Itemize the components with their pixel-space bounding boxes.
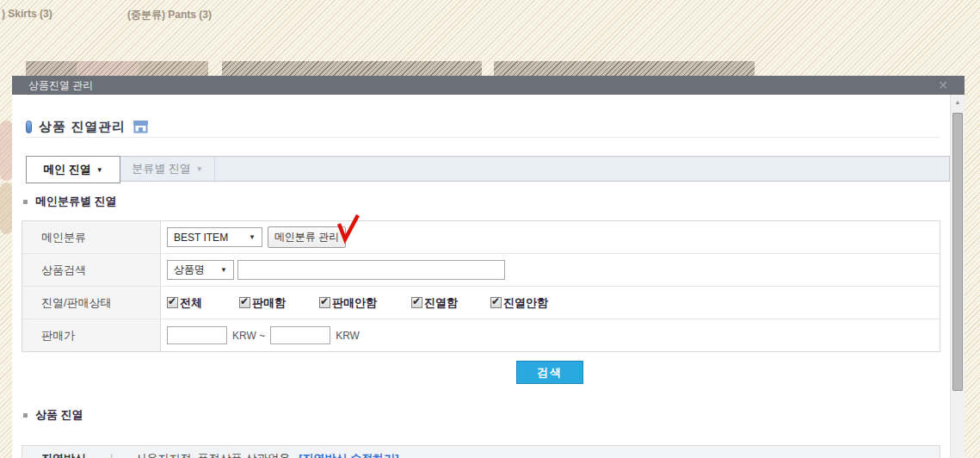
checkbox-on-sale[interactable]: ✔ 판매함 — [239, 295, 286, 311]
display-method-label: 진열방식 — [41, 451, 86, 458]
category-label-skirts[interactable]: ) Skirts (3) — [2, 8, 52, 20]
section-bullet-icon — [23, 200, 28, 204]
scrollbar-thumb[interactable] — [952, 113, 963, 391]
store-icon — [133, 120, 149, 133]
page-title-row: 상품 진열관리 — [26, 118, 149, 135]
row-price: 판매가 KRW ~ KRW — [22, 319, 940, 351]
chevron-down-icon: ▼ — [196, 165, 203, 173]
modal-titlebar: 상품진열 관리 ✕ — [12, 76, 965, 95]
checkbox-displayed[interactable]: ✔ 진열함 — [411, 295, 458, 311]
section-header-display: 상품 진열 — [23, 407, 83, 423]
select-arrow-icon: ▼ — [220, 266, 227, 274]
selected-value: 상품명 — [174, 263, 205, 277]
edit-display-method-link[interactable]: [진열방식 수정하기] — [299, 451, 398, 458]
close-icon[interactable]: ✕ — [934, 76, 952, 95]
tab-main-display[interactable]: 메인 진열▼ — [26, 156, 120, 183]
row-content: BEST ITEM ▼ 메인분류 관리 — [161, 221, 940, 253]
row-status: 진열/판매상태 ✔ 전체 ✔ 판매함 ✔ 판매안함 ✔ — [22, 287, 940, 319]
checkbox-icon: ✔ — [490, 297, 502, 308]
search-field-select[interactable]: 상품명 ▼ — [167, 260, 234, 280]
tab-bar: 메인 진열▼ 분류별 진열▼ — [26, 156, 950, 182]
red-checkmark-annotation — [336, 213, 361, 244]
row-label: 메인분류 — [22, 221, 161, 253]
product-display-modal: 상품진열 관리 ✕ 상품 진열관리 메인 진열▼ 분류별 진열▼ 메인분류별 진… — [12, 76, 965, 458]
selected-value: BEST ITEM — [174, 232, 228, 244]
row-product-search: 상품검색 상품명 ▼ — [22, 254, 940, 287]
checkbox-not-on-sale[interactable]: ✔ 판매안함 — [319, 295, 377, 311]
price-max-input[interactable] — [270, 326, 330, 344]
section-title: 메인분류별 진열 — [35, 194, 117, 209]
chevron-down-icon: ▼ — [96, 166, 103, 174]
section-bullet-icon — [23, 413, 28, 418]
divider — [26, 137, 940, 138]
tab-label: 메인 진열 — [43, 163, 91, 176]
currency: KRW — [232, 330, 256, 342]
currency-label: KRW — [336, 330, 360, 342]
check-icon: ✔ — [240, 295, 249, 307]
checkbox-label: 진열안함 — [503, 295, 548, 311]
keyword-input[interactable] — [237, 260, 505, 280]
search-button[interactable]: 검색 — [516, 361, 583, 384]
row-label: 진열/판매상태 — [22, 287, 161, 319]
checkbox-label: 전체 — [180, 295, 202, 311]
section-header-filter: 메인분류별 진열 — [23, 194, 117, 209]
scroll-up-arrow-icon[interactable]: ▲ — [951, 95, 965, 109]
row-main-category: 메인분류 BEST ITEM ▼ 메인분류 관리 — [22, 221, 940, 254]
modal-title: 상품진열 관리 — [28, 79, 93, 91]
select-arrow-icon: ▼ — [249, 233, 256, 241]
tab-category-display[interactable]: 분류별 진열▼ — [120, 157, 215, 183]
filter-form-table: 메인분류 BEST ITEM ▼ 메인분류 관리 상품검색 상품명 ▼ — [22, 220, 940, 352]
row-content: 상품명 ▼ — [161, 254, 940, 286]
checkbox-icon: ✔ — [411, 297, 422, 308]
row-label: 상품검색 — [22, 254, 161, 286]
background-photo — [0, 183, 13, 234]
checkbox-icon: ✔ — [319, 297, 330, 308]
section-title: 상품 진열 — [35, 407, 83, 423]
category-label-pants[interactable]: (중분류) Pants (3) — [127, 8, 212, 22]
checkbox-all[interactable]: ✔ 전체 — [167, 295, 202, 311]
display-method-box: 진열방식 | 사용자지정, 품절상품 상관없음 [진열방식 수정하기] — [22, 445, 940, 458]
separator: | — [110, 451, 113, 458]
row-content: KRW ~ KRW — [161, 319, 940, 351]
row-content: ✔ 전체 ✔ 판매함 ✔ 판매안함 ✔ 진열함 — [161, 287, 940, 319]
currency-range-label: KRW ~ — [232, 330, 265, 342]
tab-label: 분류별 진열 — [132, 162, 191, 175]
check-icon: ✔ — [320, 295, 329, 307]
range-symbol: ~ — [259, 330, 265, 342]
page-title: 상품 진열관리 — [39, 119, 126, 135]
checkbox-icon: ✔ — [239, 297, 250, 308]
checkbox-label: 판매함 — [252, 295, 286, 311]
main-category-select[interactable]: BEST ITEM ▼ — [167, 227, 262, 247]
background-photo — [0, 121, 13, 181]
check-icon: ✔ — [412, 295, 421, 307]
checkbox-label: 판매안함 — [332, 295, 377, 311]
modal-body: 상품 진열관리 메인 진열▼ 분류별 진열▼ 메인분류별 진열 메인분류 — [12, 95, 950, 458]
check-icon: ✔ — [491, 295, 500, 307]
modal-scrollbar[interactable]: ▲ — [950, 95, 965, 458]
manage-main-category-button[interactable]: 메인분류 관리 — [268, 226, 346, 248]
price-min-input[interactable] — [167, 326, 227, 344]
display-method-value: 사용자지정, 품절상품 상관없음 — [135, 451, 290, 458]
checkbox-icon: ✔ — [167, 297, 178, 308]
title-bullet-icon — [26, 121, 32, 133]
checkbox-not-displayed[interactable]: ✔ 진열안함 — [490, 295, 548, 311]
checkbox-label: 진열함 — [424, 295, 458, 311]
row-label: 판매가 — [22, 319, 161, 351]
check-icon: ✔ — [168, 295, 176, 307]
